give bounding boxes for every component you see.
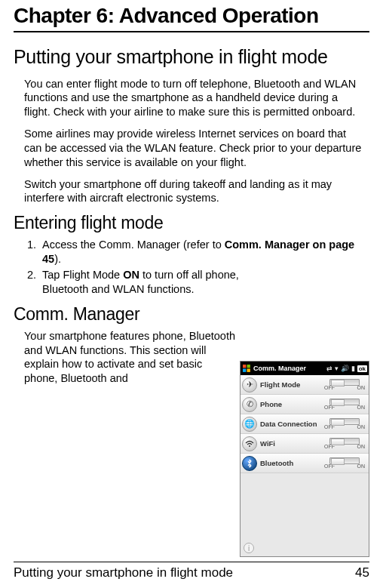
screenshot-titlebar: Comm. Manager ⇄ ▾ 🔊 ▮ ok: [241, 362, 369, 375]
step-text: Tap Flight Mode: [42, 269, 123, 281]
speaker-icon: 🔊: [341, 365, 349, 372]
row-data: 🌐 Data Connection OFFON: [241, 414, 369, 434]
screenshot-title: Comm. Manager: [253, 365, 324, 372]
row-label: Bluetooth: [260, 459, 320, 467]
step-1: Access the Comm. Manager (refer to Comm.…: [39, 238, 369, 266]
svg-rect-2: [243, 368, 246, 371]
steps-list: Access the Comm. Manager (refer to Comm.…: [14, 238, 369, 296]
windows-start-icon: [242, 364, 251, 373]
ok-button: ok: [357, 365, 367, 372]
svg-rect-1: [247, 365, 250, 368]
row-label: WiFi: [260, 439, 320, 448]
toggle-slider: [329, 399, 360, 405]
section-heading-flight-mode: Putting your smartphone in flight mode: [14, 46, 369, 68]
step-text: Access the Comm. Manager (refer to: [42, 239, 225, 251]
row-label: Flight Mode: [260, 380, 320, 389]
page-number: 45: [355, 565, 369, 580]
row-label: Phone: [260, 400, 320, 408]
row-label: Data Connection: [260, 420, 320, 428]
toggle-on: ON: [357, 444, 366, 449]
row-flight-mode: ✈ Flight Mode OFFON: [241, 375, 369, 395]
screenshot-empty-area: i: [241, 473, 369, 556]
toggle-phone: OFFON: [323, 399, 366, 410]
toggle-slider: [329, 418, 360, 425]
step-on-label: ON: [123, 269, 139, 281]
toggle-slider: [329, 379, 360, 386]
toggle-wifi: OFFON: [323, 438, 366, 449]
paragraph: Switch your smartphone off during takeof…: [24, 177, 363, 206]
svg-rect-0: [243, 365, 246, 368]
toggle-on: ON: [357, 405, 366, 410]
footer-text: Putting your smartphone in flight mode: [14, 565, 233, 580]
row-wifi: WiFi OFFON: [241, 434, 369, 454]
svg-rect-3: [247, 368, 250, 371]
toggle-on: ON: [357, 463, 366, 469]
toggle-on: ON: [357, 385, 366, 390]
paragraph: Your smartphone features phone, Bluetoot…: [24, 329, 235, 386]
toggle-data: OFFON: [323, 418, 366, 429]
battery-icon: ▮: [351, 365, 355, 372]
row-phone: ✆ Phone OFFON: [241, 395, 369, 414]
page-footer: Putting your smartphone in flight mode 4…: [14, 562, 369, 580]
row-bluetooth: Bluetooth OFFON: [241, 454, 369, 473]
paragraph: Some airlines may provide wireless Inter…: [24, 127, 363, 170]
toggle-on: ON: [357, 424, 366, 429]
toggle-slider: [329, 438, 360, 445]
toggle-slider: [329, 457, 360, 464]
section-heading-comm-manager: Comm. Manager: [14, 304, 369, 325]
wifi-icon: [242, 436, 257, 451]
paragraph: You can enter flight mode to turn off te…: [24, 77, 363, 120]
chapter-title: Chapter 6: Advanced Operation: [14, 0, 369, 32]
phone-icon: ✆: [242, 397, 257, 412]
step-2: Tap Flight Mode ON to turn off all phone…: [39, 268, 369, 297]
step-text: ).: [54, 253, 61, 265]
radio-icon: ⇄: [326, 365, 332, 372]
signal-icon: ▾: [335, 365, 339, 372]
info-icon: i: [244, 543, 254, 553]
comm-manager-screenshot: Comm. Manager ⇄ ▾ 🔊 ▮ ok ✈ Flight Mode O…: [240, 361, 369, 557]
toggle-bluetooth: OFFON: [323, 457, 366, 469]
airplane-icon: ✈: [242, 377, 257, 393]
bluetooth-icon: [242, 456, 257, 471]
section-heading-entering: Entering flight mode: [14, 213, 369, 233]
globe-icon: 🌐: [242, 417, 257, 432]
svg-point-4: [249, 445, 250, 447]
toggle-flight: OFFON: [323, 379, 366, 390]
